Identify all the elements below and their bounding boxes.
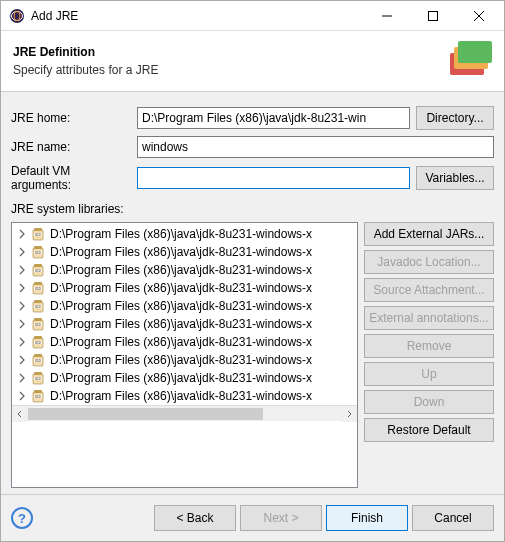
jre-name-row: JRE name: (11, 136, 494, 158)
nav-buttons: < Back Next > Finish Cancel (154, 505, 494, 531)
tree-item-label: D:\Program Files (x86)\java\jdk-8u231-wi… (50, 353, 312, 367)
expand-icon[interactable] (16, 228, 28, 240)
jre-home-input[interactable] (137, 107, 410, 129)
svg-text:010: 010 (35, 269, 41, 273)
svg-rect-35 (34, 336, 42, 339)
svg-rect-4 (429, 11, 438, 20)
header-subtitle: Specify attributes for a JRE (13, 63, 158, 77)
vm-args-input[interactable] (137, 167, 410, 189)
jar-icon: 010 (30, 388, 46, 404)
up-button[interactable]: Up (364, 362, 494, 386)
svg-rect-31 (34, 318, 42, 321)
tree-item[interactable]: 010D:\Program Files (x86)\java\jdk-8u231… (12, 369, 357, 387)
external-annotations-button[interactable]: External annotations... (364, 306, 494, 330)
svg-rect-23 (34, 282, 42, 285)
jre-home-label: JRE home: (11, 111, 131, 125)
add-external-jars-button[interactable]: Add External JARs... (364, 222, 494, 246)
scroll-track[interactable] (28, 406, 341, 422)
variables-button[interactable]: Variables... (416, 166, 494, 190)
scroll-left-button[interactable] (12, 406, 28, 422)
tree-item[interactable]: 010D:\Program Files (x86)\java\jdk-8u231… (12, 279, 357, 297)
svg-rect-11 (34, 228, 42, 231)
tree-item-label: D:\Program Files (x86)\java\jdk-8u231-wi… (50, 245, 312, 259)
tree-item[interactable]: 010D:\Program Files (x86)\java\jdk-8u231… (12, 243, 357, 261)
scroll-right-button[interactable] (341, 406, 357, 422)
header-text: JRE Definition Specify attributes for a … (13, 45, 158, 77)
source-attachment-button[interactable]: Source Attachment... (364, 278, 494, 302)
restore-default-button[interactable]: Restore Default (364, 418, 494, 442)
expand-icon[interactable] (16, 282, 28, 294)
titlebar-title: Add JRE (31, 9, 364, 23)
expand-icon[interactable] (16, 390, 28, 402)
svg-rect-43 (34, 372, 42, 375)
titlebar-controls (364, 1, 502, 31)
tree-item-label: D:\Program Files (x86)\java\jdk-8u231-wi… (50, 335, 312, 349)
tree-item-label: D:\Program Files (x86)\java\jdk-8u231-wi… (50, 299, 312, 313)
svg-rect-19 (34, 264, 42, 267)
sys-libs-buttons: Add External JARs... Javadoc Location...… (364, 222, 494, 488)
tree-item-label: D:\Program Files (x86)\java\jdk-8u231-wi… (50, 317, 312, 331)
remove-button[interactable]: Remove (364, 334, 494, 358)
minimize-button[interactable] (364, 1, 410, 31)
svg-rect-9 (458, 41, 492, 63)
jre-name-input[interactable] (137, 136, 494, 158)
jar-icon: 010 (30, 334, 46, 350)
finish-button[interactable]: Finish (326, 505, 408, 531)
back-button[interactable]: < Back (154, 505, 236, 531)
expand-icon[interactable] (16, 318, 28, 330)
horizontal-scrollbar[interactable] (12, 405, 357, 421)
maximize-button[interactable] (410, 1, 456, 31)
tree-item-label: D:\Program Files (x86)\java\jdk-8u231-wi… (50, 371, 312, 385)
svg-text:010: 010 (35, 341, 41, 345)
close-button[interactable] (456, 1, 502, 31)
tree-item[interactable]: 010D:\Program Files (x86)\java\jdk-8u231… (12, 351, 357, 369)
directory-button[interactable]: Directory... (416, 106, 494, 130)
expand-icon[interactable] (16, 300, 28, 312)
eclipse-icon (9, 8, 25, 24)
jar-icon: 010 (30, 370, 46, 386)
sys-libs-tree[interactable]: 010D:\Program Files (x86)\java\jdk-8u231… (11, 222, 358, 488)
jar-icon: 010 (30, 226, 46, 242)
expand-icon[interactable] (16, 354, 28, 366)
svg-text:010: 010 (35, 377, 41, 381)
svg-rect-27 (34, 300, 42, 303)
sys-libs-label: JRE system libraries: (11, 202, 494, 216)
jre-name-label: JRE name: (11, 140, 131, 154)
expand-icon[interactable] (16, 246, 28, 258)
tree-item[interactable]: 010D:\Program Files (x86)\java\jdk-8u231… (12, 225, 357, 243)
svg-text:010: 010 (35, 251, 41, 255)
tree-item[interactable]: 010D:\Program Files (x86)\java\idk-8u231… (12, 387, 357, 405)
tree-item[interactable]: 010D:\Program Files (x86)\java\jdk-8u231… (12, 315, 357, 333)
tree-item[interactable]: 010D:\Program Files (x86)\java\jdk-8u231… (12, 297, 357, 315)
jar-icon: 010 (30, 280, 46, 296)
svg-text:010: 010 (35, 233, 41, 237)
svg-rect-47 (34, 390, 42, 393)
header-banner: JRE Definition Specify attributes for a … (1, 31, 504, 92)
cancel-button[interactable]: Cancel (412, 505, 494, 531)
expand-icon[interactable] (16, 264, 28, 276)
svg-rect-15 (34, 246, 42, 249)
books-icon (444, 41, 492, 81)
tree-item[interactable]: 010D:\Program Files (x86)\java\jdk-8u231… (12, 333, 357, 351)
svg-rect-39 (34, 354, 42, 357)
tree-item-label: D:\Program Files (x86)\java\jdk-8u231-wi… (50, 227, 312, 241)
content-area: JRE home: Directory... JRE name: Default… (1, 92, 504, 494)
vm-args-label: Default VM arguments: (11, 164, 131, 192)
svg-text:010: 010 (35, 323, 41, 327)
expand-icon[interactable] (16, 336, 28, 348)
tree-item[interactable]: 010D:\Program Files (x86)\java\jdk-8u231… (12, 261, 357, 279)
tree-item-label: D:\Program Files (x86)\java\jdk-8u231-wi… (50, 281, 312, 295)
vm-args-row: Default VM arguments: Variables... (11, 164, 494, 192)
expand-icon[interactable] (16, 372, 28, 384)
header-title: JRE Definition (13, 45, 158, 59)
help-button[interactable]: ? (11, 507, 33, 529)
javadoc-location-button[interactable]: Javadoc Location... (364, 250, 494, 274)
sys-libs-row: 010D:\Program Files (x86)\java\jdk-8u231… (11, 222, 494, 488)
down-button[interactable]: Down (364, 390, 494, 414)
scroll-thumb[interactable] (28, 408, 263, 420)
jre-home-row: JRE home: Directory... (11, 106, 494, 130)
svg-text:010: 010 (35, 359, 41, 363)
footer: ? < Back Next > Finish Cancel (1, 494, 504, 541)
next-button[interactable]: Next > (240, 505, 322, 531)
tree-item-label: D:\Program Files (x86)\java\idk-8u231-wi… (50, 389, 312, 403)
